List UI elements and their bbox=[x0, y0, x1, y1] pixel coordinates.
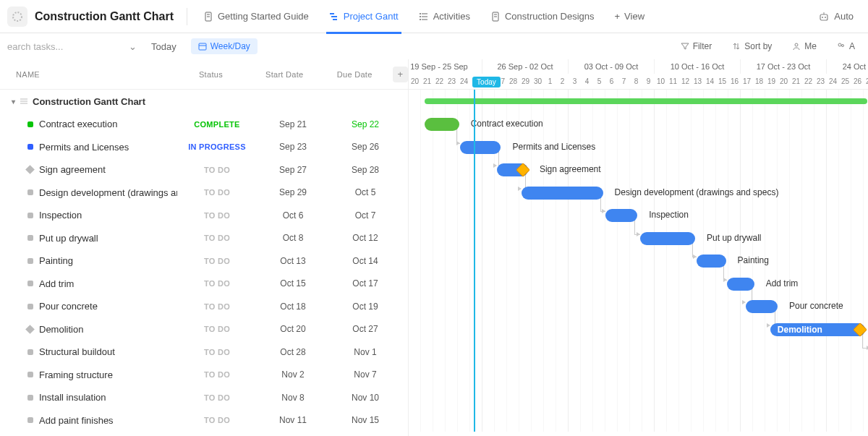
task-status[interactable]: COMPLETE bbox=[177, 120, 257, 129]
add-view-button[interactable]: + View bbox=[605, 0, 653, 33]
task-start[interactable]: Sep 27 bbox=[257, 165, 329, 175]
task-status[interactable]: TO DO bbox=[177, 166, 257, 174]
task-due[interactable]: Oct 5 bbox=[329, 187, 401, 197]
task-status[interactable]: TO DO bbox=[177, 348, 257, 356]
gantt-bar[interactable] bbox=[425, 118, 459, 131]
task-status[interactable]: TO DO bbox=[177, 416, 257, 424]
filter-button[interactable]: Filter bbox=[675, 38, 718, 54]
bar-label: Inspection bbox=[649, 210, 689, 220]
week-header: 26 Sep - 02 Oct bbox=[482, 59, 569, 74]
task-row[interactable]: Sign agreementTO DOSep 27Sep 28 bbox=[0, 158, 408, 181]
task-status[interactable]: TO DO bbox=[177, 370, 257, 379]
task-due[interactable]: Oct 12 bbox=[329, 233, 401, 243]
task-due[interactable]: Oct 27 bbox=[329, 324, 401, 334]
task-start[interactable]: Oct 20 bbox=[257, 324, 329, 334]
task-status[interactable]: TO DO bbox=[177, 188, 257, 197]
col-start[interactable]: Start Date bbox=[250, 70, 320, 79]
task-start[interactable]: Oct 18 bbox=[257, 302, 329, 312]
task-due[interactable]: Oct 7 bbox=[329, 210, 401, 221]
gantt-bar[interactable] bbox=[640, 232, 696, 245]
task-status[interactable]: TO DO bbox=[177, 325, 257, 333]
gantt-bar[interactable] bbox=[727, 278, 754, 291]
week-header: 19 Sep - 25 Sep bbox=[409, 59, 482, 74]
task-start[interactable]: Sep 21 bbox=[257, 119, 329, 129]
task-row[interactable]: Add paint finishesTO DONov 11Nov 15 bbox=[0, 409, 408, 432]
task-row[interactable]: PaintingTO DOOct 13Oct 14 bbox=[0, 249, 408, 273]
task-start[interactable]: Sep 23 bbox=[257, 142, 329, 152]
tab-activities[interactable]: Activities bbox=[410, 0, 479, 33]
task-status[interactable]: TO DO bbox=[177, 279, 257, 288]
gantt-bar[interactable] bbox=[522, 187, 603, 200]
task-due[interactable]: Nov 7 bbox=[329, 369, 401, 380]
today-button[interactable]: Today bbox=[145, 38, 182, 55]
status-dot bbox=[27, 144, 33, 150]
task-due[interactable]: Oct 19 bbox=[329, 302, 401, 312]
caret-down-icon[interactable]: ▾ bbox=[12, 98, 15, 106]
svg-point-12 bbox=[420, 19, 421, 20]
task-start[interactable]: Nov 2 bbox=[257, 369, 329, 380]
col-status[interactable]: Status bbox=[172, 70, 250, 79]
task-name: Put up drywall bbox=[39, 233, 98, 244]
col-name[interactable]: NAME bbox=[0, 70, 172, 79]
task-start[interactable]: Oct 13 bbox=[257, 256, 329, 266]
app-logo[interactable] bbox=[7, 7, 27, 27]
me-button[interactable]: Me bbox=[786, 38, 822, 54]
task-row[interactable]: Framing structureTO DONov 2Nov 7 bbox=[0, 364, 408, 387]
summary-bar[interactable] bbox=[425, 98, 867, 104]
task-start[interactable]: Nov 11 bbox=[257, 415, 329, 425]
zoom-selector[interactable]: Week/Day bbox=[191, 38, 258, 54]
task-start[interactable]: Oct 6 bbox=[257, 210, 329, 221]
task-row[interactable]: Design development (drawings an...TO DOS… bbox=[0, 181, 408, 205]
task-status[interactable]: TO DO bbox=[177, 211, 257, 220]
task-due[interactable]: Oct 17 bbox=[329, 278, 401, 288]
task-status[interactable]: IN PROGRESS bbox=[177, 142, 257, 151]
task-start[interactable]: Sep 29 bbox=[257, 187, 329, 197]
task-row[interactable]: Pour concreteTO DOOct 18Oct 19 bbox=[0, 295, 408, 318]
task-row[interactable]: Contract executionCOMPLETESep 21Sep 22 bbox=[0, 113, 408, 136]
task-row[interactable]: InspectionTO DOOct 6Oct 7 bbox=[0, 204, 408, 227]
svg-rect-20 bbox=[199, 43, 206, 50]
task-row[interactable]: Put up drywallTO DOOct 8Oct 12 bbox=[0, 227, 408, 250]
task-start[interactable]: Oct 28 bbox=[257, 347, 329, 357]
task-due[interactable]: Sep 28 bbox=[329, 165, 401, 175]
task-row[interactable]: Structural buildoutTO DOOct 28Nov 1 bbox=[0, 341, 408, 364]
task-status[interactable]: TO DO bbox=[177, 234, 257, 242]
task-row[interactable]: Permits and LicensesIN PROGRESSSep 23Sep… bbox=[0, 136, 408, 159]
task-due[interactable]: Sep 26 bbox=[329, 142, 401, 152]
task-status[interactable]: TO DO bbox=[177, 302, 257, 311]
gantt-bar[interactable] bbox=[605, 209, 637, 222]
task-start[interactable]: Oct 8 bbox=[257, 233, 329, 243]
gantt-chart[interactable]: 19 Sep - 25 Sep26 Sep - 02 Oct03 Oct - 0… bbox=[409, 59, 868, 436]
task-due[interactable]: Nov 1 bbox=[329, 347, 401, 357]
task-start[interactable]: Oct 15 bbox=[257, 278, 329, 288]
parent-row[interactable]: ▾ Construction Gantt Chart bbox=[0, 90, 408, 113]
task-due[interactable]: Nov 10 bbox=[329, 393, 401, 403]
chevron-down-icon[interactable]: ⌄ bbox=[129, 41, 137, 52]
task-row[interactable]: Install insulationTO DONov 8Nov 10 bbox=[0, 386, 408, 409]
gantt-bar[interactable]: Demolition bbox=[770, 323, 865, 336]
gantt-bar[interactable] bbox=[746, 300, 778, 313]
task-due[interactable]: Sep 22 bbox=[329, 119, 401, 129]
task-due[interactable]: Oct 14 bbox=[329, 256, 401, 266]
search-input[interactable] bbox=[7, 41, 123, 52]
tab-construction-designs[interactable]: Construction Designs bbox=[482, 0, 603, 33]
tab-project-gantt[interactable]: Project Gantt bbox=[320, 0, 407, 33]
day-header: 27 bbox=[864, 74, 868, 89]
add-column-button[interactable]: + bbox=[393, 67, 408, 82]
task-start[interactable]: Nov 8 bbox=[257, 393, 329, 403]
sort-button[interactable]: Sort by bbox=[726, 38, 778, 54]
task-status[interactable]: TO DO bbox=[177, 393, 257, 402]
bar-label: Put up drywall bbox=[707, 233, 761, 243]
gantt-body[interactable]: Today Contract executionPermits and Lice… bbox=[409, 90, 868, 432]
gantt-bar[interactable] bbox=[697, 255, 726, 268]
task-row[interactable]: DemolitionTO DOOct 20Oct 27 bbox=[0, 318, 408, 341]
tab-getting-started-guide[interactable]: Getting Started Guide bbox=[195, 0, 318, 33]
automation-button[interactable]: Auto bbox=[811, 11, 861, 22]
task-row[interactable]: Add trimTO DOOct 15Oct 17 bbox=[0, 273, 408, 296]
task-status[interactable]: TO DO bbox=[177, 257, 257, 265]
task-due[interactable]: Nov 15 bbox=[329, 415, 401, 425]
assignee-button[interactable]: A bbox=[831, 38, 861, 54]
gantt-bar[interactable] bbox=[460, 141, 501, 154]
gantt-row bbox=[409, 364, 868, 387]
col-due[interactable]: Due Date bbox=[320, 70, 390, 79]
